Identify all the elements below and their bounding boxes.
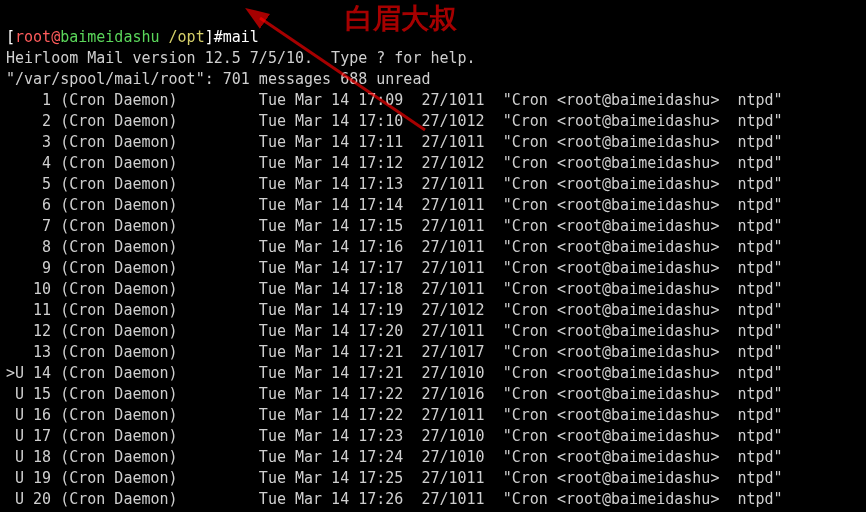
prompt-user: root: [15, 28, 51, 46]
prompt-at: @: [51, 28, 60, 46]
mail-row[interactable]: 2 (Cron Daemon) Tue Mar 14 17:10 27/1012…: [6, 112, 783, 130]
mail-row[interactable]: 3 (Cron Daemon) Tue Mar 14 17:11 27/1011…: [6, 133, 783, 151]
mail-header-line1: Heirloom Mail version 12.5 7/5/10. Type …: [6, 49, 476, 67]
mail-row[interactable]: 9 (Cron Daemon) Tue Mar 14 17:17 27/1011…: [6, 259, 783, 277]
mail-row[interactable]: 11 (Cron Daemon) Tue Mar 14 17:19 27/101…: [6, 301, 783, 319]
mail-row[interactable]: 13 (Cron Daemon) Tue Mar 14 17:21 27/101…: [6, 343, 783, 361]
prompt-path: /opt: [169, 28, 205, 46]
mail-row[interactable]: 12 (Cron Daemon) Tue Mar 14 17:20 27/101…: [6, 322, 783, 340]
prompt-open-bracket: [: [6, 28, 15, 46]
mail-row[interactable]: U 20 (Cron Daemon) Tue Mar 14 17:26 27/1…: [6, 490, 783, 508]
mail-row[interactable]: U 15 (Cron Daemon) Tue Mar 14 17:22 27/1…: [6, 385, 783, 403]
prompt-host: baimeidashu: [60, 28, 159, 46]
mail-row[interactable]: U 19 (Cron Daemon) Tue Mar 14 17:25 27/1…: [6, 469, 783, 487]
mail-header-line2: "/var/spool/mail/root": 701 messages 688…: [6, 70, 430, 88]
mail-row[interactable]: U 16 (Cron Daemon) Tue Mar 14 17:22 27/1…: [6, 406, 783, 424]
prompt-space: [160, 28, 169, 46]
mail-row[interactable]: 7 (Cron Daemon) Tue Mar 14 17:15 27/1011…: [6, 217, 783, 235]
mail-row[interactable]: >U 14 (Cron Daemon) Tue Mar 14 17:21 27/…: [6, 364, 783, 382]
mail-row[interactable]: 6 (Cron Daemon) Tue Mar 14 17:14 27/1011…: [6, 196, 783, 214]
mail-row[interactable]: U 17 (Cron Daemon) Tue Mar 14 17:23 27/1…: [6, 427, 783, 445]
mail-message-list: 1 (Cron Daemon) Tue Mar 14 17:09 27/1011…: [6, 90, 860, 512]
mail-row[interactable]: U 18 (Cron Daemon) Tue Mar 14 17:24 27/1…: [6, 448, 783, 466]
prompt-line: [root@baimeidashu /opt]#mail: [6, 28, 259, 46]
mail-row[interactable]: 4 (Cron Daemon) Tue Mar 14 17:12 27/1012…: [6, 154, 783, 172]
prompt-close-bracket: ]: [205, 28, 214, 46]
command-text: mail: [223, 28, 259, 46]
mail-row[interactable]: 8 (Cron Daemon) Tue Mar 14 17:16 27/1011…: [6, 238, 783, 256]
mail-row[interactable]: 5 (Cron Daemon) Tue Mar 14 17:13 27/1011…: [6, 175, 783, 193]
mail-row[interactable]: 1 (Cron Daemon) Tue Mar 14 17:09 27/1011…: [6, 91, 783, 109]
mail-row[interactable]: 10 (Cron Daemon) Tue Mar 14 17:18 27/101…: [6, 280, 783, 298]
prompt-hash: #: [214, 28, 223, 46]
terminal-output[interactable]: [root@baimeidashu /opt]#mail Heirloom Ma…: [0, 0, 866, 512]
